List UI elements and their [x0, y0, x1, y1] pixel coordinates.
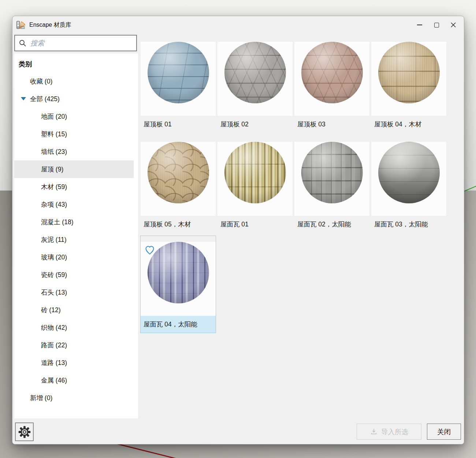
material-sphere	[148, 242, 209, 303]
material-name: 屋顶板 05，木材	[141, 216, 216, 233]
sidebar-item-misc[interactable]: 杂项 (43)	[14, 196, 134, 213]
category-sidebar: 类别 收藏 (0) 全部 (425) 地面 (20) 塑料 (15) 墙纸 (2…	[14, 53, 138, 418]
category-header: 类别	[14, 56, 138, 73]
gear-icon	[18, 426, 31, 438]
search-input[interactable]	[30, 39, 133, 47]
material-name: 屋面瓦 01	[217, 216, 293, 233]
sidebar-item-favorites[interactable]: 收藏 (0)	[14, 73, 134, 90]
sidebar-item-all[interactable]: 全部 (425)	[14, 90, 134, 108]
window-controls	[411, 18, 462, 32]
window-title: Enscape 材质库	[29, 21, 71, 29]
material-tile[interactable]: 屋顶板 02	[217, 36, 293, 133]
material-name: 屋顶板 02	[217, 116, 293, 133]
download-icon	[370, 428, 378, 436]
material-name: 屋面瓦 03，太阳能	[371, 216, 446, 233]
titlebar: Enscape 材质库	[12, 16, 464, 34]
material-sphere	[224, 42, 286, 103]
sidebar-item-wood[interactable]: 木材 (59)	[14, 178, 134, 196]
sidebar-item-metal[interactable]: 金属 (46)	[14, 372, 134, 389]
sidebar-item-roof[interactable]: 屋顶 (9)	[14, 160, 134, 178]
material-sphere	[378, 142, 440, 203]
sidebar-item-plastic[interactable]: 塑料 (15)	[14, 125, 134, 143]
material-tile[interactable]: 屋顶板 03	[294, 36, 369, 133]
material-tile-selected[interactable]: 屋面瓦 04，太阳能	[141, 236, 216, 333]
material-name: 屋顶板 04，木材	[371, 116, 446, 133]
sidebar-item-pavement[interactable]: 路面 (22)	[14, 336, 134, 354]
close-icon	[450, 22, 456, 28]
material-name: 屋顶板 03	[294, 116, 369, 133]
material-tile[interactable]: 屋面瓦 01	[217, 136, 293, 233]
material-sphere	[301, 142, 363, 203]
material-sphere	[148, 142, 209, 203]
search-box	[14, 35, 137, 51]
sidebar-item-brick[interactable]: 砖 (12)	[14, 301, 134, 319]
settings-button[interactable]	[15, 422, 34, 441]
material-library-window: Enscape 材质库 类别 收藏 (0) 全部 (425) 地面 (20) 塑…	[12, 16, 464, 444]
material-name: 屋面瓦 02，太阳能	[294, 216, 369, 233]
material-tile[interactable]: 屋面瓦 02，太阳能	[294, 136, 369, 233]
material-tile[interactable]: 屋顶板 04，木材	[371, 36, 446, 133]
material-name: 屋面瓦 04，太阳能	[141, 316, 216, 333]
material-tile[interactable]: 屋顶板 01	[141, 36, 216, 133]
material-name: 屋顶板 01	[141, 116, 216, 133]
sidebar-item-road[interactable]: 道路 (13)	[14, 354, 134, 372]
material-tile[interactable]: 屋面瓦 03，太阳能	[371, 136, 446, 233]
sidebar-item-glass[interactable]: 玻璃 (20)	[14, 248, 134, 266]
sidebar-item-tile[interactable]: 瓷砖 (59)	[14, 266, 134, 284]
sidebar-item-plaster[interactable]: 灰泥 (11)	[14, 231, 134, 248]
maximize-icon	[434, 23, 439, 27]
material-sphere	[301, 42, 363, 103]
material-sphere	[378, 42, 440, 103]
close-button[interactable]	[445, 18, 462, 32]
maximize-button[interactable]	[428, 18, 445, 32]
sidebar-item-concrete[interactable]: 混凝土 (18)	[14, 213, 134, 231]
material-grid: 屋顶板 01 屋顶板 02 屋顶板 03 屋顶板 04，木材 屋顶板 05，木材…	[141, 36, 449, 333]
chevron-down-icon[interactable]	[21, 97, 26, 100]
sidebar-item-stone[interactable]: 石头 (13)	[14, 284, 134, 301]
sidebar-item-fabric[interactable]: 织物 (42)	[14, 319, 134, 336]
sidebar-item-new[interactable]: 新增 (0)	[14, 389, 134, 407]
close-dialog-button[interactable]: 关闭	[427, 424, 461, 440]
material-sphere	[224, 142, 286, 203]
material-tile[interactable]: 屋顶板 05，木材	[141, 136, 216, 233]
material-sphere	[148, 42, 209, 103]
enscape-logo-icon	[16, 20, 26, 30]
sidebar-item-wallpaper[interactable]: 墙纸 (23)	[14, 143, 134, 160]
import-selected-button[interactable]: 导入所选	[357, 424, 421, 440]
sidebar-item-ground[interactable]: 地面 (20)	[14, 108, 134, 125]
search-icon	[19, 39, 27, 47]
minimize-icon	[417, 25, 422, 25]
minimize-button[interactable]	[411, 18, 428, 32]
